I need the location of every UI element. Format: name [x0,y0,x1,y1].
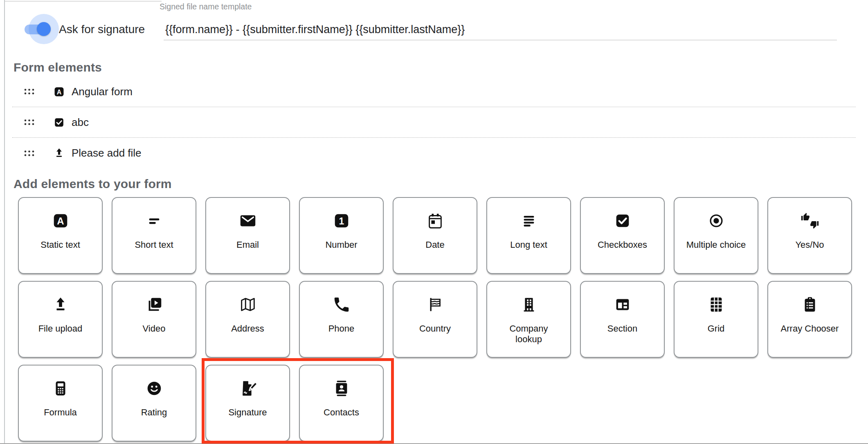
add-element-card-section[interactable]: Section [580,281,665,358]
add-element-card-file-upload[interactable]: File upload [18,281,103,358]
add-element-card-signature[interactable]: Signature [205,365,290,442]
multiple-choice-icon [707,211,726,230]
email-icon [238,211,257,230]
country-flag-icon [426,295,445,314]
add-element-card-checkboxes[interactable]: Checkboxes [580,197,665,274]
add-element-card-label: Video [143,323,166,334]
add-element-card-label: Yes/No [795,240,824,250]
date-icon [426,211,445,230]
add-element-card-label: Contacts [324,407,359,418]
form-element-label: Angular form [72,85,133,98]
add-element-card-email[interactable]: Email [205,197,290,274]
number-icon [332,211,351,230]
add-element-card-label: Address [231,323,264,334]
signed-file-name-template-label: Signed file name template [160,2,252,11]
yes-no-icon [801,211,819,230]
form-elements-heading: Form elements [13,61,102,74]
add-element-card-date[interactable]: Date [393,197,477,274]
toggle-thumb [37,22,51,36]
add-element-card-contacts[interactable]: Contacts [299,365,384,442]
company-lookup-icon [519,295,538,314]
file-upload-icon [51,295,70,314]
add-element-card-label: Rating [141,407,167,418]
add-elements-grid: Static text Short text Email Number Date… [18,197,852,442]
add-element-card-grid[interactable]: Grid [674,281,758,358]
add-element-card-label: Phone [328,323,355,334]
section-icon [613,295,632,314]
add-element-card-label: Long text [510,240,547,250]
signed-file-name-template-input[interactable] [165,23,832,36]
contacts-icon [332,379,351,398]
form-element-label: abc [72,116,89,129]
form-element-label: Please add file [72,147,142,159]
add-element-card-label: Grid [708,323,725,334]
add-element-card-country[interactable]: Country [393,281,477,358]
form-element-row[interactable]: Please add file [12,138,856,168]
add-element-card-rating[interactable]: Rating [112,365,196,442]
add-element-card-label: File upload [38,323,83,334]
checkbox-icon [613,211,632,230]
long-text-icon [519,211,538,230]
drag-handle-icon[interactable] [24,150,35,157]
checkbox-icon [53,116,65,129]
short-text-icon [145,211,164,230]
add-element-card-multiple-choice[interactable]: Multiple choice [674,197,758,274]
formula-icon [51,379,70,398]
add-element-card-formula[interactable]: Formula [18,365,103,442]
add-element-card-label: Country [419,323,451,334]
add-element-card-short-text[interactable]: Short text [112,197,196,274]
add-element-card-label: Array Chooser [781,323,839,334]
add-element-card-label: Number [325,240,357,250]
add-element-card-label: Section [607,323,637,334]
input-underline [164,40,837,40]
grid-icon [707,295,726,314]
ask-for-signature-label: Ask for signature [59,23,145,36]
add-element-card-label: Signature [228,407,267,418]
add-element-card-yes-no[interactable]: Yes/No [767,197,852,274]
add-element-card-label: Company lookup [496,323,562,345]
phone-icon [332,295,351,314]
array-chooser-icon [801,295,819,314]
add-element-card-label: Formula [44,407,77,418]
signature-icon [238,379,257,398]
static-text-icon [53,85,65,98]
add-element-card-label: Short text [135,240,173,250]
add-element-card-label: Email [236,240,259,250]
add-element-card-company-lookup[interactable]: Company lookup [486,281,571,358]
add-element-card-phone[interactable]: Phone [299,281,384,358]
file-upload-icon [53,147,65,159]
add-element-card-label: Checkboxes [598,240,647,250]
address-map-icon [238,295,257,314]
form-element-row[interactable]: abc [12,107,856,138]
static-text-icon [51,211,70,230]
ask-for-signature-toggle[interactable] [0,0,86,45]
rating-icon [145,379,164,398]
form-builder-page: Ask for signature Signed file name templ… [0,0,868,444]
add-element-card-label: Multiple choice [686,240,746,250]
drag-handle-icon[interactable] [24,119,35,126]
add-element-card-label: Static text [40,240,80,250]
panel-left-border [4,0,5,444]
form-element-row[interactable]: Angular form [12,76,856,107]
drag-handle-icon[interactable] [24,88,35,95]
form-elements-list: Angular form abc Please add file [12,76,856,168]
add-element-card-number[interactable]: Number [299,197,384,274]
add-element-card-label: Date [425,240,444,250]
add-element-card-array-chooser[interactable]: Array Chooser [767,281,852,358]
add-element-card-static-text[interactable]: Static text [18,197,103,274]
add-element-card-video[interactable]: Video [112,281,196,358]
add-element-card-long-text[interactable]: Long text [486,197,571,274]
video-icon [145,295,164,314]
add-element-card-address[interactable]: Address [205,281,290,358]
add-elements-heading: Add elements to your form [13,177,172,191]
